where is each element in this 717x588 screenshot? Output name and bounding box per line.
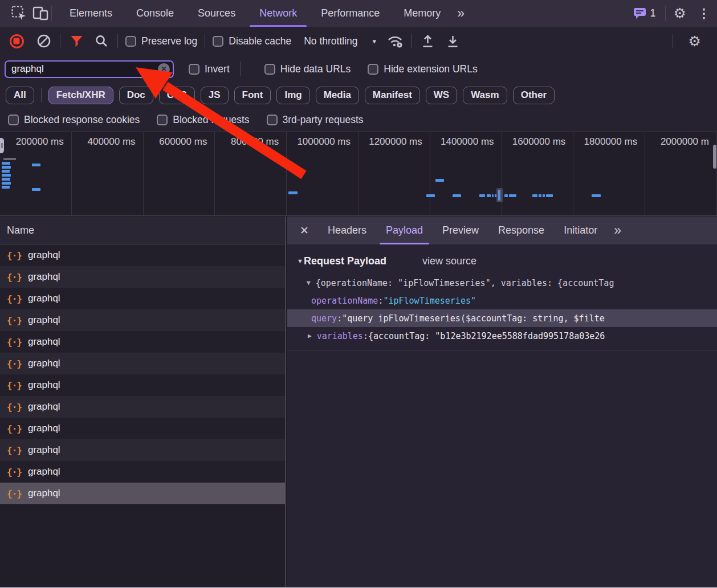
timeline-tick: 1000000 ms [287, 132, 358, 215]
request-row[interactable]: {·}graphql [0, 461, 285, 483]
clear-network-log-icon[interactable] [35, 32, 52, 50]
tab-network[interactable]: Network [247, 0, 309, 27]
request-row[interactable]: {·}graphql [0, 374, 285, 396]
filter-chip-fetch-xhr[interactable]: Fetch/XHR [48, 87, 113, 104]
network-overview-timeline[interactable]: 200000 ms400000 ms600000 ms800000 ms1000… [0, 132, 717, 216]
tab-sources[interactable]: Sources [186, 0, 247, 27]
request-row[interactable]: {·}graphql [0, 331, 285, 353]
detail-tab-preview[interactable]: Preview [433, 217, 488, 244]
throttling-dropdown[interactable]: No throttling ▾ [304, 35, 376, 47]
detail-tab-initiator[interactable]: Initiator [554, 217, 607, 244]
filter-chip-doc[interactable]: Doc [119, 87, 153, 104]
devtools-main-toolbar: ElementsConsoleSourcesNetworkPerformance… [0, 0, 717, 27]
name-column-header[interactable]: Name [0, 217, 285, 244]
hide-extension-urls-checkbox[interactable]: Hide extension URLs [368, 63, 477, 75]
hide-data-urls-checkbox[interactable]: Hide data URLs [264, 63, 351, 75]
timeline-request-bar [288, 191, 298, 194]
timeline-request-bar [2, 174, 11, 177]
menu-kebab-icon[interactable]: ⋮ [694, 6, 717, 21]
clear-filter-icon[interactable]: ✕ [158, 63, 170, 75]
request-row[interactable]: {·}graphql [0, 288, 285, 309]
tab-elements[interactable]: Elements [58, 0, 124, 27]
device-toolbar-icon[interactable] [30, 2, 51, 25]
filter-chip-media[interactable]: Media [316, 87, 359, 104]
checkbox[interactable] [264, 64, 275, 75]
checkbox[interactable] [8, 115, 19, 125]
request-row[interactable]: {·}graphql [0, 396, 285, 418]
divider [287, 350, 717, 350]
filter-chip-css[interactable]: CSS [159, 87, 195, 104]
request-row[interactable]: {·}graphql [0, 353, 285, 374]
timeline-request-bar [504, 194, 508, 197]
preserve-log-checkbox[interactable]: Preserve log [125, 35, 197, 47]
disable-cache-checkbox[interactable]: Disable cache [213, 35, 291, 47]
close-panel-icon[interactable]: ✕ [296, 224, 318, 237]
inspect-element-icon[interactable] [8, 2, 30, 25]
filter-chip-ws[interactable]: WS [426, 87, 457, 104]
network-settings-gear-icon[interactable]: ⚙ [681, 33, 709, 50]
filter-chip-manifest[interactable]: Manifest [365, 87, 420, 104]
request-name: graphql [28, 488, 60, 499]
filter-chip-all[interactable]: All [6, 87, 34, 104]
checkbox[interactable] [125, 36, 136, 47]
filter-chip-font[interactable]: Font [234, 87, 271, 104]
request-row[interactable]: {·}graphql [0, 439, 285, 461]
invert-checkbox[interactable]: Invert [189, 63, 230, 75]
filter-funnel-icon[interactable] [68, 32, 85, 50]
request-name: graphql [28, 271, 60, 283]
blocked-requests-checkbox[interactable]: Blocked requests [157, 114, 249, 126]
filter-chip-js[interactable]: JS [201, 87, 229, 104]
request-row[interactable]: {·}graphql [0, 418, 285, 439]
request-row[interactable]: {·}graphql [0, 266, 285, 288]
detail-tab-response[interactable]: Response [488, 217, 554, 244]
chevron-down-icon: ▾ [373, 37, 377, 46]
request-name: graphql [28, 250, 60, 261]
checkbox[interactable] [368, 64, 378, 75]
filter-chip-other[interactable]: Other [513, 87, 555, 104]
expand-triangle-icon[interactable]: ▼ [307, 279, 311, 287]
checkbox[interactable] [267, 115, 278, 125]
collapse-triangle-icon[interactable]: ▼ [297, 258, 303, 264]
detail-tab-payload[interactable]: Payload [376, 217, 433, 244]
record-network-log-button[interactable] [8, 32, 25, 50]
detail-tab-headers[interactable]: Headers [318, 217, 376, 244]
timeline-request-bar [479, 194, 485, 197]
expand-triangle-icon[interactable]: ▶ [308, 332, 312, 340]
checkbox[interactable] [189, 64, 199, 75]
third-party-requests-checkbox[interactable]: 3rd-party requests [267, 114, 364, 126]
request-row[interactable]: {·}graphql [0, 309, 285, 331]
json-request-icon: {·} [7, 488, 22, 499]
overview-left-handle[interactable]: I [0, 138, 4, 153]
checkbox[interactable] [157, 115, 168, 125]
payload-variables-row[interactable]: ▶ variables: {accountTag: "b12e3b2192ee5… [287, 327, 717, 345]
detail-tab-strip: ✕ HeadersPayloadPreviewResponseInitiator… [287, 217, 717, 244]
filter-chip-img[interactable]: Img [276, 87, 309, 104]
more-detail-tabs-chevron-icon[interactable]: » [609, 223, 625, 238]
search-icon[interactable] [93, 32, 110, 50]
timeline-request-bar [453, 194, 461, 197]
request-payload-section[interactable]: ▼ Request Payload view source [287, 252, 717, 270]
filter-input[interactable] [5, 60, 174, 78]
settings-gear-icon[interactable]: ⚙ [666, 5, 694, 22]
tab-memory[interactable]: Memory [392, 0, 453, 27]
overview-right-handle[interactable] [713, 145, 716, 169]
request-row[interactable]: {·}graphql [0, 483, 285, 504]
export-har-icon[interactable] [444, 32, 461, 50]
tab-console[interactable]: Console [124, 0, 186, 27]
payload-operation-name-row[interactable]: operationName: "ipFlowTimeseries" [287, 292, 717, 309]
checkbox[interactable] [213, 36, 223, 47]
payload-query-row[interactable]: query: "query ipFlowTimeseries($accountT… [287, 309, 717, 327]
view-source-link[interactable]: view source [422, 255, 476, 267]
import-har-icon[interactable] [419, 32, 436, 50]
section-title: Request Payload [304, 255, 386, 267]
issues-badge[interactable]: 1 [633, 7, 656, 19]
request-row[interactable]: {·}graphql [0, 244, 285, 266]
more-panels-chevron-icon[interactable]: » [453, 6, 468, 21]
filter-chip-wasm[interactable]: Wasm [463, 87, 507, 104]
blocked-response-cookies-checkbox[interactable]: Blocked response cookies [8, 114, 140, 126]
timeline-request-bar [532, 194, 537, 197]
network-conditions-icon[interactable] [386, 32, 404, 50]
request-name: graphql [28, 401, 60, 413]
payload-summary-row[interactable]: ▼ {operationName: "ipFlowTimeseries", va… [287, 274, 717, 292]
tab-performance[interactable]: Performance [309, 0, 392, 27]
